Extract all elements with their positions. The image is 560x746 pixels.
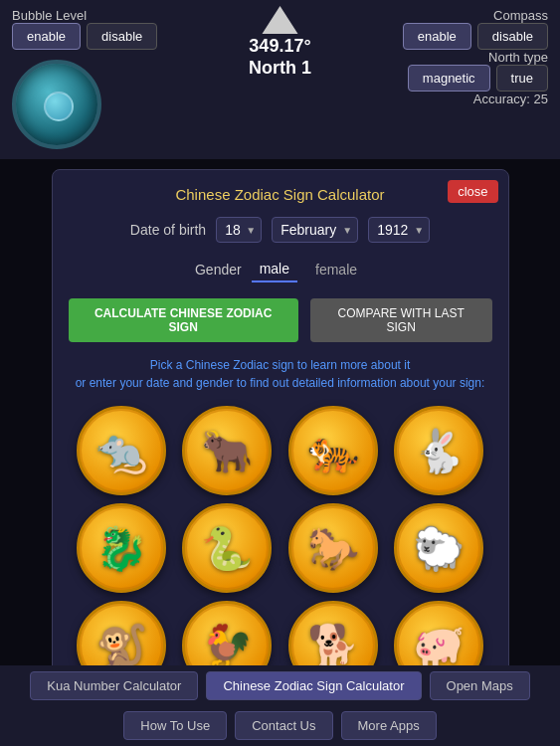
male-button[interactable]: male [252,257,297,282]
north-display: 349.17° North 1 [249,6,311,79]
gender-label: Gender [195,262,242,278]
top-section: Bubble Level enable disable 349.17° Nort… [0,0,560,164]
bubble-level-label: Bubble Level [12,8,157,23]
bubble-visual [12,60,101,149]
zodiac-modal: Chinese Zodiac Sign Calculator close Dat… [52,169,509,707]
zodiac-coin-2[interactable]: 🐅 [288,406,378,495]
compass-section: Compass enable disable North type magnet… [403,8,548,156]
compass-label: Compass [493,8,548,23]
bottom-bar-1: Kua Number Calculator Chinese Zodiac Sig… [0,665,560,706]
bubble-disable-button[interactable]: disable [87,23,157,50]
contact-us-button[interactable]: Contact Us [235,711,332,740]
magnetic-button[interactable]: magnetic [408,65,490,92]
month-select-wrapper: February [272,217,358,243]
modal-overlay: Chinese Zodiac Sign Calculator close Dat… [0,159,560,686]
north-value: 349.17° North 1 [249,36,311,79]
month-select[interactable]: February [272,217,358,243]
more-apps-button[interactable]: More Apps [341,711,437,740]
instruction-text: Pick a Chinese Zodiac sign to learn more… [69,356,492,392]
north-type-label: North type [488,50,548,65]
chinese-zodiac-button[interactable]: Chinese Zodiac Sign Calculator [206,671,421,700]
compass-enable-button[interactable]: enable [403,23,471,50]
gender-row: Gender male female [69,257,492,282]
kua-number-button[interactable]: Kua Number Calculator [30,671,198,700]
modal-title: Chinese Zodiac Sign Calculator [69,186,492,203]
north-type-row: North type [488,50,548,65]
how-to-use-button[interactable]: How To Use [123,711,227,740]
bubble-inner [44,92,74,121]
north-type-group: magnetic true [408,65,548,92]
female-button[interactable]: female [307,258,365,281]
dob-label: Date of birth [130,222,206,238]
open-maps-button[interactable]: Open Maps [430,671,530,700]
close-button[interactable]: close [448,180,497,203]
true-button[interactable]: true [496,65,548,92]
bubble-enable-button[interactable]: enable [12,23,81,50]
bottom-bar-2: How To Use Contact Us More Apps [0,705,560,746]
year-select[interactable]: 1912 [368,217,430,243]
north-arrow-icon [263,6,298,34]
day-select-wrapper: 18 [216,217,262,243]
bubble-toggle-group: enable disable [12,23,157,50]
bubble-level-section: Bubble Level enable disable [12,8,157,156]
compass-toggle-group: enable disable [403,23,548,50]
zodiac-coin-7[interactable]: 🐑 [394,503,483,593]
zodiac-coin-3[interactable]: 🐇 [394,406,483,495]
zodiac-coin-6[interactable]: 🐎 [288,503,378,593]
zodiac-grid: 🐀🐂🐅🐇🐉🐍🐎🐑🐒🐓🐕🐖 [69,406,492,690]
year-select-wrapper: 1912 [368,217,430,243]
compare-button[interactable]: COMPARE WITH LAST SIGN [310,298,492,342]
zodiac-coin-1[interactable]: 🐂 [182,406,272,495]
zodiac-coin-0[interactable]: 🐀 [77,406,166,495]
zodiac-coin-4[interactable]: 🐉 [77,503,166,593]
day-select[interactable]: 18 [216,217,262,243]
calculate-button[interactable]: CALCULATE CHINESE ZODIAC SIGN [69,298,298,342]
accuracy-label: Accuracy: 25 [473,92,548,106]
compass-disable-button[interactable]: disable [477,23,548,50]
action-row: CALCULATE CHINESE ZODIAC SIGN COMPARE WI… [69,298,492,342]
zodiac-coin-5[interactable]: 🐍 [182,503,272,593]
dob-row: Date of birth 18 February 1912 [69,217,492,243]
